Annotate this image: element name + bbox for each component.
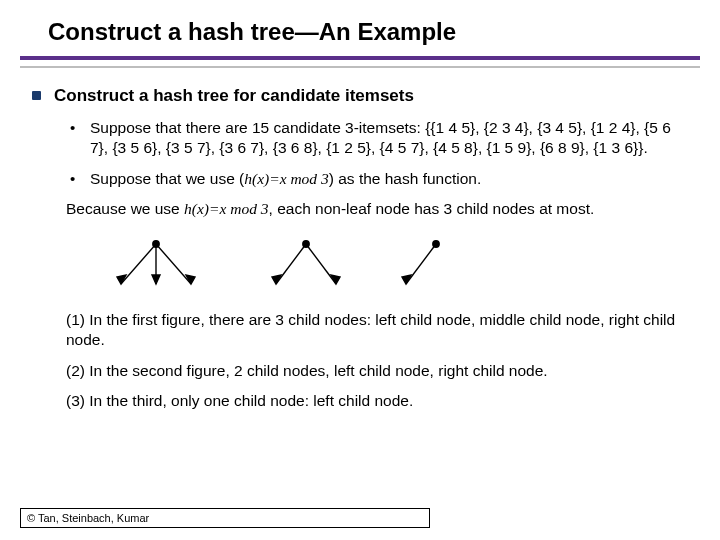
slide-body: Construct a hash tree for candidate item…: [0, 68, 720, 412]
footer-credit: © Tan, Steinbach, Kumar: [20, 508, 430, 528]
tree-diagram: [30, 230, 690, 310]
title-underline: [20, 56, 700, 68]
body-line-3: (2) In the second figure, 2 child nodes,…: [30, 361, 690, 381]
svg-line-8: [276, 244, 306, 284]
slide-title: Construct a hash tree—An Example: [0, 0, 720, 52]
text-part: Suppose that we use (: [90, 170, 244, 187]
text-part: Because we use: [66, 200, 184, 217]
svg-line-1: [121, 244, 156, 284]
heading-bullet: Construct a hash tree for candidate item…: [30, 86, 690, 106]
text-part: , each non-leaf node has 3 child nodes a…: [269, 200, 595, 217]
sub-bullet-2: Suppose that we use (h(x)=x mod 3) as th…: [30, 169, 690, 189]
hash-fn-2: h(x)=x mod 3: [184, 200, 269, 217]
svg-line-10: [306, 244, 336, 284]
body-line-4: (3) In the third, only one child node: l…: [30, 391, 690, 411]
svg-marker-4: [152, 275, 160, 284]
svg-line-5: [156, 244, 191, 284]
body-line-1: Because we use h(x)=x mod 3, each non-le…: [30, 199, 690, 219]
sub-bullet-1: Suppose that there are 15 candidate 3-it…: [30, 118, 690, 159]
hash-fn-1: h(x)=x mod 3: [244, 170, 329, 187]
text-part: ) as the hash function.: [329, 170, 482, 187]
body-line-2: (1) In the first figure, there are 3 chi…: [30, 310, 690, 351]
svg-line-13: [406, 244, 436, 284]
